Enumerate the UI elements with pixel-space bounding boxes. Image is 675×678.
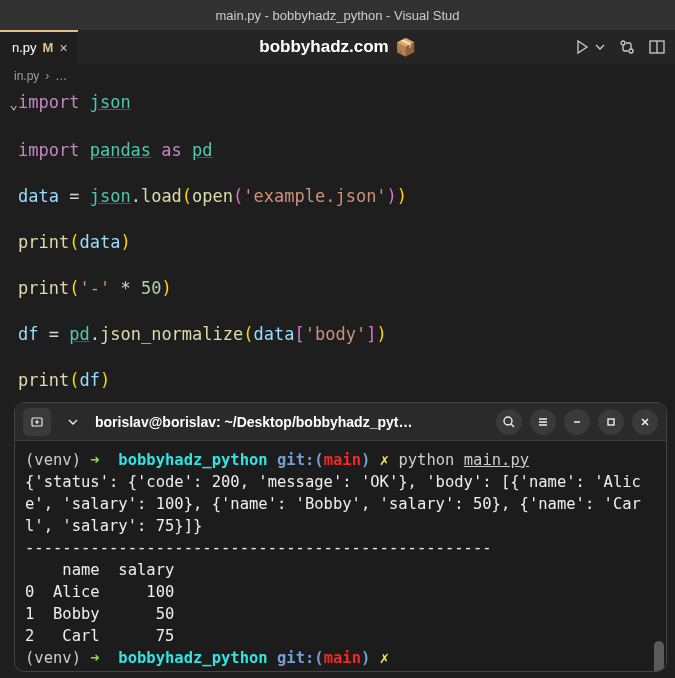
editor-actions <box>575 39 675 55</box>
chevron-right-icon: › <box>45 69 49 83</box>
menu-icon[interactable] <box>530 409 556 435</box>
tab-bar: n.py M × bobbyhadz.com 📦 <box>0 30 675 65</box>
svg-point-1 <box>629 49 633 53</box>
code-editor[interactable]: ⌄import json import pandas as pd data = … <box>0 87 675 392</box>
df-row: 0 Alice 100 <box>25 583 174 601</box>
tab-filename: n.py <box>12 40 37 55</box>
chevron-down-icon[interactable] <box>59 408 87 436</box>
breadcrumb-file: in.py <box>14 69 39 83</box>
search-icon[interactable] <box>496 409 522 435</box>
terminal-output[interactable]: (venv) ➜ bobbyhadz_python git:(main) ✗ p… <box>15 441 666 671</box>
git-compare-icon[interactable] <box>619 39 635 55</box>
output-separator: ----------------------------------------… <box>25 539 492 557</box>
close-icon[interactable] <box>632 409 658 435</box>
terminal-header: borislav@borislav: ~/Desktop/bobbyhadz_p… <box>15 403 666 441</box>
close-icon[interactable]: × <box>59 40 67 56</box>
svg-point-0 <box>621 41 625 45</box>
fold-arrow-icon[interactable]: ⌄ <box>10 96 18 112</box>
output-dict: {'status': {'code': 200, 'message': 'OK'… <box>25 473 641 535</box>
terminal-title: borislav@borislav: ~/Desktop/bobbyhadz_p… <box>95 414 412 430</box>
terminal-panel: borislav@borislav: ~/Desktop/bobbyhadz_p… <box>14 402 667 672</box>
svg-line-6 <box>511 424 514 427</box>
chevron-down-icon[interactable] <box>595 39 605 55</box>
box-icon: 📦 <box>395 37 416 58</box>
minimize-icon[interactable] <box>564 409 590 435</box>
new-tab-button[interactable] <box>23 408 51 436</box>
df-row: 2 Carl 75 <box>25 627 174 645</box>
run-icon[interactable] <box>575 39 591 55</box>
tab-main-py[interactable]: n.py M × <box>0 30 78 65</box>
breadcrumb[interactable]: in.py › … <box>0 65 675 87</box>
page-title: bobbyhadz.com 📦 <box>259 37 415 58</box>
maximize-icon[interactable] <box>598 409 624 435</box>
tab-modified-indicator: M <box>43 40 54 55</box>
scrollbar[interactable] <box>654 641 664 671</box>
df-header: name salary <box>25 561 174 579</box>
svg-point-5 <box>504 417 512 425</box>
split-editor-icon[interactable] <box>649 39 665 55</box>
window-title: main.py - bobbyhadz_python - Visual Stud <box>215 8 459 23</box>
window-title-bar: main.py - bobbyhadz_python - Visual Stud <box>0 0 675 30</box>
svg-rect-11 <box>608 419 614 425</box>
breadcrumb-more: … <box>55 69 67 83</box>
df-row: 1 Bobby 50 <box>25 605 174 623</box>
